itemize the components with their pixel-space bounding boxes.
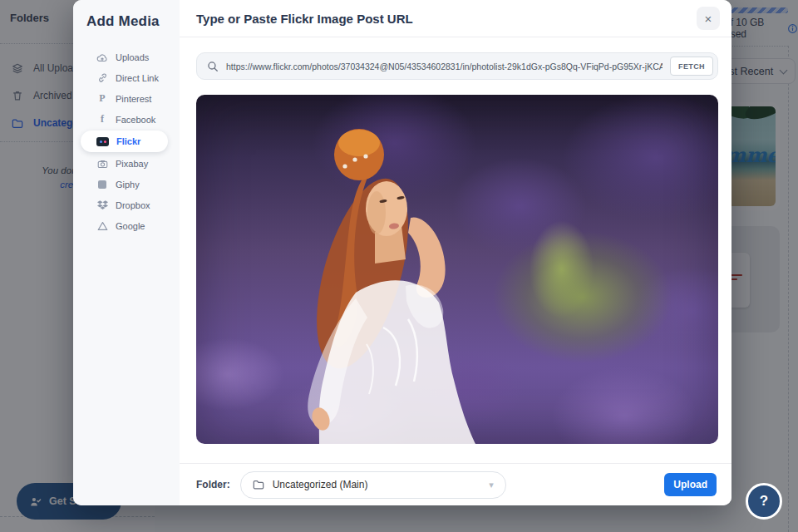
dropbox-icon	[96, 200, 108, 211]
modal-footer: Folder: Uncategorized (Main) ▾ Upload	[180, 463, 732, 505]
sidebar-item-google[interactable]: Google	[73, 215, 180, 236]
search-icon	[207, 61, 219, 72]
folder-select-value: Uncategorized (Main)	[273, 479, 368, 490]
lavender-portrait-illustration	[196, 95, 718, 444]
flickr-url-input[interactable]	[226, 62, 663, 71]
sidebar-item-flickr[interactable]: Flickr	[81, 131, 168, 152]
folder-select[interactable]: Uncategorized (Main) ▾	[240, 471, 506, 499]
modal-title: Add Media	[86, 13, 180, 30]
sidebar-item-label: Pinterest	[116, 94, 151, 104]
sidebar-item-label: Facebook	[116, 115, 155, 125]
fetch-button[interactable]: FETCH	[670, 57, 713, 76]
close-button[interactable]: ×	[697, 7, 720, 30]
sidebar-item-label: Direct Link	[116, 73, 159, 83]
modal-header: Type or Paste Flickr Image Post URL ×	[180, 0, 732, 37]
add-media-modal: Add Media Uploads Direct Link P Pinter	[73, 0, 732, 505]
modal-body: FETCH	[180, 37, 732, 463]
sidebar-item-direct-link[interactable]: Direct Link	[73, 67, 180, 88]
sidebar-item-pinterest[interactable]: P Pinterest	[73, 88, 180, 109]
sidebar-item-label: Flickr	[116, 136, 140, 146]
sidebar-item-label: Google	[116, 221, 145, 231]
url-bar: FETCH	[196, 52, 718, 80]
sidebar-item-label: Dropbox	[116, 200, 150, 210]
sidebar-item-dropbox[interactable]: Dropbox	[73, 195, 180, 215]
cloud-upload-icon	[96, 52, 108, 63]
pinterest-icon: P	[96, 93, 108, 105]
folder-icon	[253, 479, 264, 490]
question-mark-icon: ?	[760, 493, 768, 510]
app-screen: Folders All Uploads Archived Uncategoriz…	[0, 0, 798, 532]
sidebar-item-label: Uploads	[116, 52, 149, 62]
modal-header-title: Type or Paste Flickr Image Post URL	[196, 12, 413, 26]
sidebar-item-facebook[interactable]: f Facebook	[73, 109, 180, 130]
flickr-icon	[96, 137, 109, 146]
sidebar-item-label: Pixabay	[116, 159, 148, 169]
sidebar-item-pixabay[interactable]: Pixabay	[73, 153, 180, 174]
close-icon: ×	[705, 12, 712, 26]
camera-icon	[96, 158, 108, 170]
sidebar-item-uploads[interactable]: Uploads	[73, 47, 180, 67]
help-button[interactable]: ?	[746, 483, 782, 520]
add-media-sidebar: Add Media Uploads Direct Link P Pinter	[73, 0, 180, 505]
facebook-icon: f	[96, 114, 108, 126]
link-icon	[96, 72, 108, 84]
folder-label: Folder:	[196, 479, 230, 490]
giphy-icon	[96, 179, 108, 190]
flickr-photo-preview	[196, 95, 718, 444]
google-drive-icon	[96, 220, 108, 232]
upload-button[interactable]: Upload	[664, 473, 717, 496]
media-source-nav: Uploads Direct Link P Pinterest f Facebo…	[73, 47, 180, 236]
caret-down-icon: ▾	[489, 480, 494, 490]
sidebar-item-giphy[interactable]: Giphy	[73, 174, 180, 195]
add-media-main: Type or Paste Flickr Image Post URL × FE…	[180, 0, 732, 505]
sidebar-item-label: Giphy	[116, 180, 140, 190]
